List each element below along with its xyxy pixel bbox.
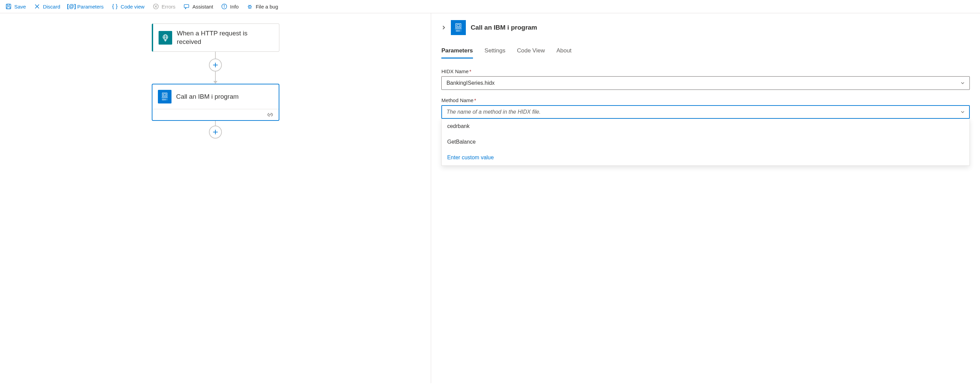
method-label: Method Name* — [441, 97, 970, 103]
dropdown-option-getbalance[interactable]: GetBalance — [442, 134, 969, 150]
save-icon — [5, 3, 11, 10]
details-panel: IBM i Call an IBM i program Parameters S… — [431, 13, 980, 383]
collapse-chevron-icon[interactable] — [441, 25, 446, 30]
connector — [209, 52, 222, 84]
file-bug-button[interactable]: File a bug — [247, 3, 278, 10]
action-title: Call an IBM i program — [176, 92, 239, 101]
svg-rect-25 — [457, 25, 460, 27]
parameters-icon: [@] — [68, 3, 75, 10]
discard-label: Discard — [43, 4, 60, 10]
hidx-name-field: HIDX Name* BankingISeries.hidx — [441, 68, 970, 90]
panel-header: IBM i Call an IBM i program — [441, 20, 970, 35]
assistant-label: Assistant — [192, 4, 213, 10]
action-node[interactable]: IBM i Call an IBM i program — [152, 84, 279, 121]
hidx-label: HIDX Name* — [441, 68, 970, 74]
tab-settings[interactable]: Settings — [485, 45, 505, 59]
svg-rect-24 — [456, 24, 461, 27]
svg-point-11 — [224, 5, 224, 5]
toolbar: Save Discard [@] Parameters { } Code vie… — [0, 0, 980, 13]
code-view-button[interactable]: { } Code view — [112, 3, 145, 10]
method-dropdown: cedrbank GetBalance Enter custom value — [441, 118, 970, 166]
tab-about[interactable]: About — [556, 45, 571, 59]
link-icon[interactable] — [266, 112, 274, 118]
svg-rect-8 — [185, 5, 189, 8]
close-icon — [34, 3, 40, 10]
tab-code-view[interactable]: Code View — [517, 45, 545, 59]
dropdown-option-cedrbank[interactable]: cedrbank — [442, 118, 969, 134]
chevron-down-icon — [961, 110, 965, 114]
save-label: Save — [14, 4, 26, 10]
trigger-title: When a HTTP request is received — [177, 29, 274, 46]
code-view-label: Code view — [121, 4, 145, 10]
trigger-node[interactable]: When a HTTP request is received — [152, 24, 279, 52]
add-step-button-end[interactable] — [209, 126, 222, 139]
tab-parameters[interactable]: Parameters — [441, 45, 473, 59]
node-footer — [153, 109, 279, 120]
svg-rect-1 — [7, 4, 10, 6]
svg-rect-2 — [7, 7, 10, 9]
parameters-button[interactable]: [@] Parameters — [68, 3, 104, 10]
add-step-button[interactable] — [209, 59, 222, 72]
method-name-field: Method Name* The name of a method in the… — [441, 97, 970, 166]
panel-ibm-icon: IBM i — [451, 20, 466, 35]
bug-icon — [247, 3, 253, 10]
panel-tabs: Parameters Settings Code View About — [441, 45, 970, 59]
dropdown-custom-value[interactable]: Enter custom value — [442, 150, 969, 166]
svg-rect-20 — [163, 94, 166, 96]
panel-title: Call an IBM i program — [471, 24, 537, 31]
info-button[interactable]: Info — [221, 3, 239, 10]
method-name-combobox[interactable]: The name of a method in the HIDX file. — [441, 105, 970, 119]
assistant-button[interactable]: Assistant — [183, 3, 213, 10]
info-label: Info — [230, 4, 239, 10]
method-placeholder: The name of a method in the HIDX file. — [447, 109, 541, 115]
discard-button[interactable]: Discard — [34, 3, 60, 10]
chat-icon — [183, 3, 189, 10]
braces-icon: { } — [112, 3, 118, 10]
chevron-down-icon — [961, 81, 965, 85]
main-content: When a HTTP request is received IBM i Ca… — [0, 13, 980, 383]
errors-label: Errors — [162, 4, 176, 10]
parameters-label: Parameters — [77, 4, 104, 10]
errors-button: Errors — [153, 3, 176, 10]
svg-rect-19 — [162, 93, 167, 97]
hidx-name-combobox[interactable]: BankingISeries.hidx — [441, 76, 970, 90]
http-icon — [159, 31, 172, 45]
workflow-flow: When a HTTP request is received IBM i Ca… — [151, 24, 280, 373]
connector-end — [209, 121, 222, 139]
info-icon — [221, 3, 227, 10]
ibm-i-icon: IBM i — [158, 90, 172, 104]
file-bug-label: File a bug — [256, 4, 278, 10]
hidx-value: BankingISeries.hidx — [447, 80, 495, 86]
save-button[interactable]: Save — [5, 3, 26, 10]
error-icon — [153, 3, 159, 10]
arrow-down-icon — [213, 81, 218, 84]
workflow-canvas: When a HTTP request is received IBM i Ca… — [0, 13, 431, 383]
